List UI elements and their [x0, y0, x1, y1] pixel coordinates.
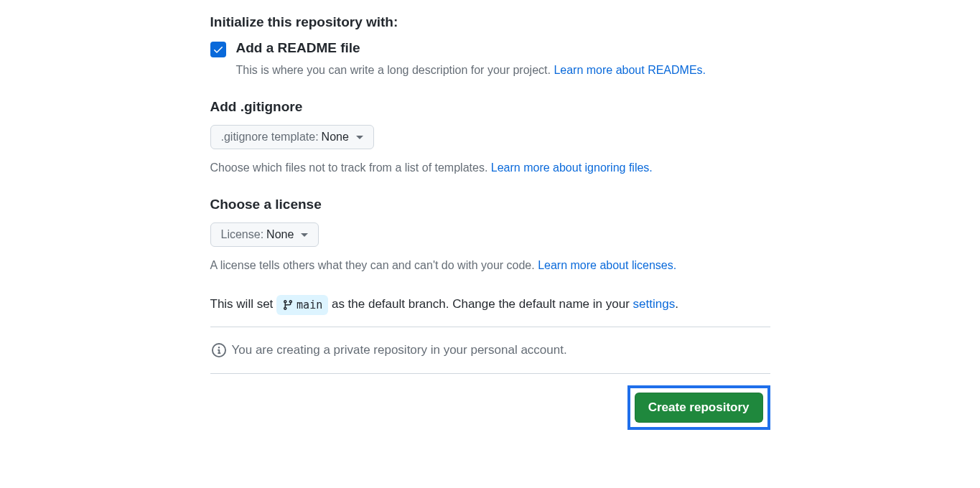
settings-link[interactable]: settings — [633, 297, 676, 311]
create-repository-button[interactable]: Create repository — [635, 393, 763, 423]
license-heading: Choose a license — [210, 197, 770, 212]
branch-middle-text: as the default branch. Change the defaul… — [328, 297, 633, 311]
readme-description-text: This is where you can write a long descr… — [236, 64, 554, 76]
gitignore-description: Choose which files not to track from a l… — [210, 159, 770, 177]
license-dropdown-value: None — [266, 228, 294, 241]
gitignore-description-text: Choose which files not to track from a l… — [210, 161, 491, 174]
create-button-highlight: Create repository — [627, 385, 770, 430]
gitignore-dropdown-value: None — [322, 131, 349, 144]
gitignore-template-dropdown[interactable]: .gitignore template: None — [210, 125, 374, 149]
gitignore-dropdown-prefix: .gitignore template: — [221, 131, 319, 144]
info-message-row: You are creating a private repository in… — [210, 327, 770, 373]
license-description: A license tells others what they can and… — [210, 257, 770, 274]
caret-down-icon — [301, 233, 308, 237]
gitignore-learn-more-link[interactable]: Learn more about ignoring files. — [491, 161, 653, 174]
readme-description: This is where you can write a long descr… — [236, 62, 770, 79]
license-description-text: A license tells others what they can and… — [210, 259, 538, 271]
gitignore-heading: Add .gitignore — [210, 99, 770, 115]
check-icon — [213, 44, 224, 55]
license-dropdown[interactable]: License: None — [210, 222, 319, 247]
git-branch-icon — [282, 299, 294, 311]
branch-suffix-text: . — [675, 297, 678, 311]
branch-prefix-text: This will set — [210, 297, 277, 311]
branch-info-text: This will set main as the default branch… — [210, 294, 770, 327]
readme-label[interactable]: Add a README file — [236, 40, 360, 56]
info-icon — [212, 343, 226, 357]
initialize-heading: Initialize this repository with: — [210, 14, 770, 30]
caret-down-icon — [356, 136, 363, 139]
default-branch-badge: main — [276, 295, 328, 315]
license-learn-more-link[interactable]: Learn more about licenses. — [538, 259, 676, 271]
info-message-text: You are creating a private repository in… — [232, 343, 567, 357]
license-dropdown-prefix: License: — [221, 228, 264, 241]
branch-name: main — [297, 296, 322, 314]
readme-learn-more-link[interactable]: Learn more about READMEs. — [554, 64, 706, 76]
readme-checkbox[interactable] — [210, 42, 226, 57]
